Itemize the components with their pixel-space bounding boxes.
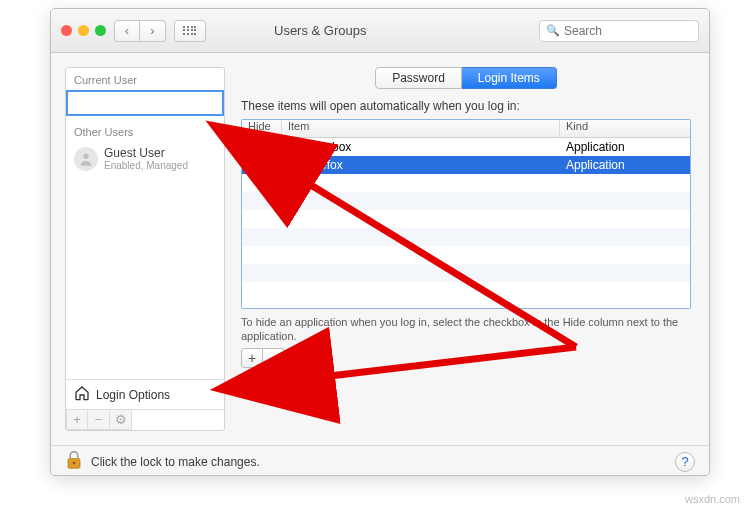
table-header: Hide Item Kind <box>242 120 690 138</box>
item-name: Firefox <box>306 158 343 172</box>
house-icon <box>74 385 90 404</box>
col-kind[interactable]: Kind <box>560 120 690 137</box>
sidebar-section-other: Other Users <box>66 120 224 142</box>
svg-point-4 <box>73 461 76 464</box>
toolbar: ‹ › Users & Groups 🔍 <box>51 9 709 53</box>
login-items-table: Hide Item Kind Dropbox Application <box>241 119 691 309</box>
search-input[interactable] <box>564 24 710 38</box>
remove-item-button[interactable]: − <box>263 348 285 368</box>
table-row-empty <box>242 174 690 192</box>
item-kind: Application <box>560 140 690 154</box>
sidebar: Current User Other Users Guest User Enab… <box>65 67 225 431</box>
add-remove-controls: + − <box>241 348 691 368</box>
lock-button[interactable] <box>65 449 83 475</box>
col-hide[interactable]: Hide <box>242 120 282 137</box>
forward-button[interactable]: › <box>140 20 166 42</box>
nav-back-forward: ‹ › <box>114 20 166 42</box>
tab-password[interactable]: Password <box>375 67 462 89</box>
body: Current User Other Users Guest User Enab… <box>51 53 709 445</box>
gear-icon: ⚙ <box>115 412 127 427</box>
dropbox-icon <box>288 140 302 154</box>
login-options-button[interactable]: Login Options <box>66 379 224 410</box>
tab-bar: Password Login Items <box>241 67 691 89</box>
hide-checkbox[interactable] <box>256 157 269 170</box>
zoom-icon[interactable] <box>95 25 106 36</box>
guest-user-sub: Enabled, Managed <box>104 160 188 171</box>
grid-icon <box>183 26 197 36</box>
lock-icon <box>65 449 83 471</box>
watermark: wsxdn.com <box>685 493 740 505</box>
remove-user-button[interactable]: − <box>88 410 110 430</box>
help-button[interactable]: ? <box>675 452 695 472</box>
table-body: Dropbox Application Firefox Application <box>242 138 690 300</box>
add-user-button[interactable]: + <box>66 410 88 430</box>
footer: Click the lock to make changes. ? <box>51 445 709 476</box>
guest-user-name: Guest User <box>104 146 188 160</box>
gear-button[interactable]: ⚙ <box>110 410 132 430</box>
login-options-label: Login Options <box>96 388 170 402</box>
back-button[interactable]: ‹ <box>114 20 140 42</box>
login-items-desc: These items will open automatically when… <box>241 99 691 113</box>
table-row[interactable]: Dropbox Application <box>242 138 690 156</box>
table-row-empty <box>242 228 690 246</box>
search-field[interactable]: 🔍 <box>539 20 699 42</box>
sidebar-controls: + − ⚙ <box>66 410 224 430</box>
search-icon: 🔍 <box>546 24 560 37</box>
sidebar-section-current: Current User <box>66 68 224 90</box>
table-row-empty <box>242 192 690 210</box>
table-row-empty <box>242 282 690 300</box>
item-name: Dropbox <box>306 140 351 154</box>
svg-point-2 <box>292 162 299 169</box>
col-item[interactable]: Item <box>282 120 560 137</box>
sidebar-current-user[interactable] <box>66 90 224 116</box>
footer-text: Click the lock to make changes. <box>91 455 667 469</box>
minimize-icon[interactable] <box>78 25 89 36</box>
main-panel: Password Login Items These items will op… <box>235 53 709 445</box>
add-item-button[interactable]: + <box>241 348 263 368</box>
prefs-window: ‹ › Users & Groups 🔍 Current User Other … <box>50 8 710 476</box>
traffic-lights <box>61 25 106 36</box>
table-row-empty <box>242 264 690 282</box>
tab-login-items[interactable]: Login Items <box>462 67 557 89</box>
table-row-empty <box>242 246 690 264</box>
firefox-icon <box>288 158 302 172</box>
close-icon[interactable] <box>61 25 72 36</box>
hide-note: To hide an application when you log in, … <box>241 315 691 344</box>
window-title: Users & Groups <box>274 23 366 38</box>
hide-checkbox[interactable] <box>256 139 269 152</box>
sidebar-item-guest[interactable]: Guest User Enabled, Managed <box>66 142 224 175</box>
avatar-icon <box>74 147 98 171</box>
item-kind: Application <box>560 158 690 172</box>
table-row[interactable]: Firefox Application <box>242 156 690 174</box>
table-row-empty <box>242 210 690 228</box>
svg-point-0 <box>83 153 88 158</box>
show-all-button[interactable] <box>174 20 206 42</box>
